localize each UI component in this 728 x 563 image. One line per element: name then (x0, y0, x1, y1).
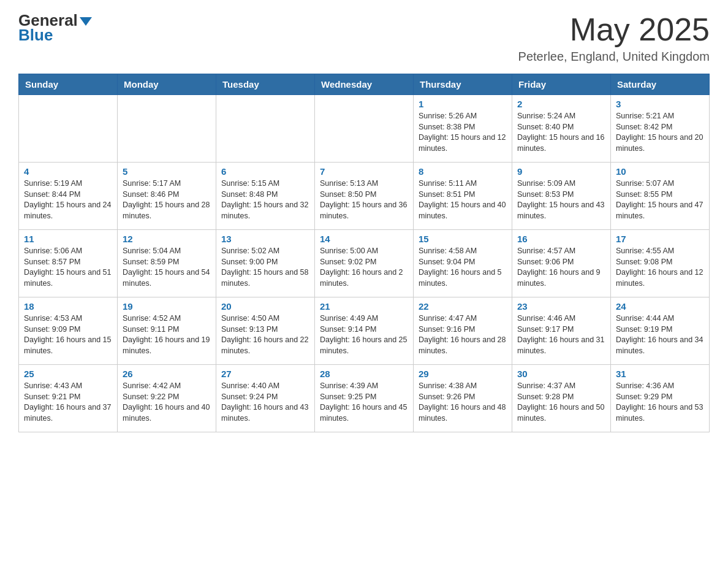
day-info: Sunrise: 5:09 AM Sunset: 8:53 PM Dayligh… (517, 178, 605, 221)
weekday-header-thursday: Thursday (414, 74, 512, 95)
calendar-cell: 9Sunrise: 5:09 AM Sunset: 8:53 PM Daylig… (512, 163, 611, 230)
calendar-week-4: 18Sunrise: 4:53 AM Sunset: 9:09 PM Dayli… (19, 297, 710, 365)
calendar-cell: 24Sunrise: 4:44 AM Sunset: 9:19 PM Dayli… (611, 297, 710, 365)
calendar-cell: 8Sunrise: 5:11 AM Sunset: 8:51 PM Daylig… (414, 163, 512, 230)
day-info: Sunrise: 4:55 AM Sunset: 9:08 PM Dayligh… (616, 246, 704, 289)
day-info: Sunrise: 5:15 AM Sunset: 8:48 PM Dayligh… (221, 178, 309, 221)
day-info: Sunrise: 4:50 AM Sunset: 9:13 PM Dayligh… (221, 313, 309, 356)
day-number: 20 (221, 301, 309, 312)
calendar-cell: 10Sunrise: 5:07 AM Sunset: 8:55 PM Dayli… (611, 163, 710, 230)
calendar-week-1: 1Sunrise: 5:26 AM Sunset: 8:38 PM Daylig… (19, 95, 710, 163)
day-info: Sunrise: 4:52 AM Sunset: 9:11 PM Dayligh… (123, 313, 211, 356)
day-number: 12 (123, 234, 211, 244)
day-info: Sunrise: 5:17 AM Sunset: 8:46 PM Dayligh… (123, 178, 211, 221)
calendar-cell: 17Sunrise: 4:55 AM Sunset: 9:08 PM Dayli… (611, 230, 710, 297)
day-info: Sunrise: 5:02 AM Sunset: 9:00 PM Dayligh… (221, 246, 309, 289)
logo-arrow-icon (80, 17, 92, 26)
day-number: 14 (320, 234, 408, 244)
calendar-cell: 2Sunrise: 5:24 AM Sunset: 8:40 PM Daylig… (512, 95, 611, 163)
calendar-week-5: 25Sunrise: 4:43 AM Sunset: 9:21 PM Dayli… (19, 365, 710, 432)
calendar-cell: 1Sunrise: 5:26 AM Sunset: 8:38 PM Daylig… (414, 95, 512, 163)
calendar-cell: 26Sunrise: 4:42 AM Sunset: 9:22 PM Dayli… (118, 365, 216, 432)
day-number: 30 (517, 369, 605, 379)
calendar-cell: 21Sunrise: 4:49 AM Sunset: 9:14 PM Dayli… (315, 297, 414, 365)
location-subtitle: Peterlee, England, United Kingdom (518, 50, 710, 64)
day-number: 27 (221, 369, 309, 379)
day-number: 22 (419, 301, 507, 312)
calendar-cell: 30Sunrise: 4:37 AM Sunset: 9:28 PM Dayli… (512, 365, 611, 432)
day-number: 2 (517, 99, 605, 109)
day-info: Sunrise: 4:43 AM Sunset: 9:21 PM Dayligh… (24, 381, 112, 424)
calendar-cell: 4Sunrise: 5:19 AM Sunset: 8:44 PM Daylig… (19, 163, 118, 230)
calendar-cell (118, 95, 216, 163)
calendar-cell: 23Sunrise: 4:46 AM Sunset: 9:17 PM Dayli… (512, 297, 611, 365)
page-header: General Blue May 2025 Peterlee, England,… (18, 12, 710, 64)
day-info: Sunrise: 4:53 AM Sunset: 9:09 PM Dayligh… (24, 313, 112, 356)
day-number: 5 (123, 166, 211, 177)
day-number: 19 (123, 301, 211, 312)
calendar-table: SundayMondayTuesdayWednesdayThursdayFrid… (18, 74, 710, 432)
title-block: May 2025 Peterlee, England, United Kingd… (518, 12, 710, 64)
day-number: 31 (616, 369, 704, 379)
day-info: Sunrise: 5:07 AM Sunset: 8:55 PM Dayligh… (616, 178, 704, 221)
day-number: 10 (616, 166, 704, 177)
calendar-cell: 27Sunrise: 4:40 AM Sunset: 9:24 PM Dayli… (216, 365, 315, 432)
calendar-cell: 22Sunrise: 4:47 AM Sunset: 9:16 PM Dayli… (414, 297, 512, 365)
calendar-cell: 13Sunrise: 5:02 AM Sunset: 9:00 PM Dayli… (216, 230, 315, 297)
calendar-cell: 14Sunrise: 5:00 AM Sunset: 9:02 PM Dayli… (315, 230, 414, 297)
day-info: Sunrise: 4:40 AM Sunset: 9:24 PM Dayligh… (221, 381, 309, 424)
day-info: Sunrise: 5:19 AM Sunset: 8:44 PM Dayligh… (24, 178, 112, 221)
calendar-cell (19, 95, 118, 163)
day-number: 11 (24, 234, 112, 244)
day-info: Sunrise: 5:24 AM Sunset: 8:40 PM Dayligh… (517, 111, 605, 154)
day-number: 15 (419, 234, 507, 244)
day-number: 26 (123, 369, 211, 379)
calendar-week-3: 11Sunrise: 5:06 AM Sunset: 8:57 PM Dayli… (19, 230, 710, 297)
day-info: Sunrise: 4:47 AM Sunset: 9:16 PM Dayligh… (419, 313, 507, 356)
day-info: Sunrise: 4:58 AM Sunset: 9:04 PM Dayligh… (419, 246, 507, 289)
day-info: Sunrise: 4:46 AM Sunset: 9:17 PM Dayligh… (517, 313, 605, 356)
day-info: Sunrise: 5:13 AM Sunset: 8:50 PM Dayligh… (320, 178, 408, 221)
day-number: 21 (320, 301, 408, 312)
calendar-week-2: 4Sunrise: 5:19 AM Sunset: 8:44 PM Daylig… (19, 163, 710, 230)
day-number: 24 (616, 301, 704, 312)
calendar-cell: 19Sunrise: 4:52 AM Sunset: 9:11 PM Dayli… (118, 297, 216, 365)
day-info: Sunrise: 5:06 AM Sunset: 8:57 PM Dayligh… (24, 246, 112, 289)
month-title: May 2025 (518, 12, 710, 47)
calendar-header-row: SundayMondayTuesdayWednesdayThursdayFrid… (19, 74, 710, 95)
weekday-header-sunday: Sunday (19, 74, 118, 95)
calendar-cell: 29Sunrise: 4:38 AM Sunset: 9:26 PM Dayli… (414, 365, 512, 432)
day-info: Sunrise: 4:49 AM Sunset: 9:14 PM Dayligh… (320, 313, 408, 356)
day-number: 8 (419, 166, 507, 177)
calendar-cell: 11Sunrise: 5:06 AM Sunset: 8:57 PM Dayli… (19, 230, 118, 297)
calendar-cell: 12Sunrise: 5:04 AM Sunset: 8:59 PM Dayli… (118, 230, 216, 297)
day-info: Sunrise: 4:36 AM Sunset: 9:29 PM Dayligh… (616, 381, 704, 424)
logo-blue-text: Blue (18, 27, 53, 43)
calendar-cell: 28Sunrise: 4:39 AM Sunset: 9:25 PM Dayli… (315, 365, 414, 432)
calendar-cell: 16Sunrise: 4:57 AM Sunset: 9:06 PM Dayli… (512, 230, 611, 297)
calendar-cell: 20Sunrise: 4:50 AM Sunset: 9:13 PM Dayli… (216, 297, 315, 365)
day-number: 18 (24, 301, 112, 312)
day-info: Sunrise: 5:11 AM Sunset: 8:51 PM Dayligh… (419, 178, 507, 221)
calendar-cell (216, 95, 315, 163)
calendar-cell: 25Sunrise: 4:43 AM Sunset: 9:21 PM Dayli… (19, 365, 118, 432)
day-info: Sunrise: 5:00 AM Sunset: 9:02 PM Dayligh… (320, 246, 408, 289)
day-number: 1 (419, 99, 507, 109)
day-info: Sunrise: 5:21 AM Sunset: 8:42 PM Dayligh… (616, 111, 704, 154)
day-info: Sunrise: 4:37 AM Sunset: 9:28 PM Dayligh… (517, 381, 605, 424)
day-info: Sunrise: 4:38 AM Sunset: 9:26 PM Dayligh… (419, 381, 507, 424)
logo: General Blue (18, 12, 92, 43)
calendar-cell: 7Sunrise: 5:13 AM Sunset: 8:50 PM Daylig… (315, 163, 414, 230)
calendar-cell: 3Sunrise: 5:21 AM Sunset: 8:42 PM Daylig… (611, 95, 710, 163)
day-number: 3 (616, 99, 704, 109)
day-number: 7 (320, 166, 408, 177)
weekday-header-monday: Monday (118, 74, 216, 95)
calendar-cell: 15Sunrise: 4:58 AM Sunset: 9:04 PM Dayli… (414, 230, 512, 297)
weekday-header-wednesday: Wednesday (315, 74, 414, 95)
day-number: 25 (24, 369, 112, 379)
weekday-header-friday: Friday (512, 74, 611, 95)
calendar-cell: 6Sunrise: 5:15 AM Sunset: 8:48 PM Daylig… (216, 163, 315, 230)
calendar-cell: 18Sunrise: 4:53 AM Sunset: 9:09 PM Dayli… (19, 297, 118, 365)
day-number: 9 (517, 166, 605, 177)
day-info: Sunrise: 5:04 AM Sunset: 8:59 PM Dayligh… (123, 246, 211, 289)
